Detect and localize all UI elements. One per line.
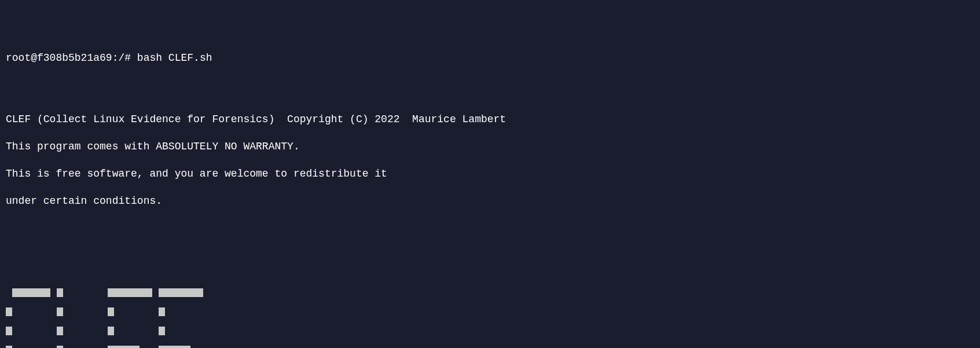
copyright-line-2: This program comes with ABSOLUTELY NO WA…	[6, 140, 974, 153]
clef-ascii-logo	[6, 278, 974, 348]
copyright-block: CLEF (Collect Linux Evidence for Forensi…	[6, 100, 974, 222]
spacer	[6, 258, 974, 266]
prompt-user-host: root@f308b5b21a69	[6, 52, 112, 64]
executed-command: bash CLEF.sh	[137, 52, 212, 64]
copyright-line-4: under certain conditions.	[6, 195, 974, 208]
copyright-line-1: CLEF (Collect Linux Evidence for Forensi…	[6, 113, 974, 126]
terminal-prompt-line: root@f308b5b21a69:/# bash CLEF.sh	[6, 52, 974, 64]
prompt-path: :/#	[112, 52, 131, 64]
spacer	[6, 75, 974, 88]
spacer	[6, 233, 974, 246]
copyright-line-3: This is free software, and you are welco…	[6, 167, 974, 181]
